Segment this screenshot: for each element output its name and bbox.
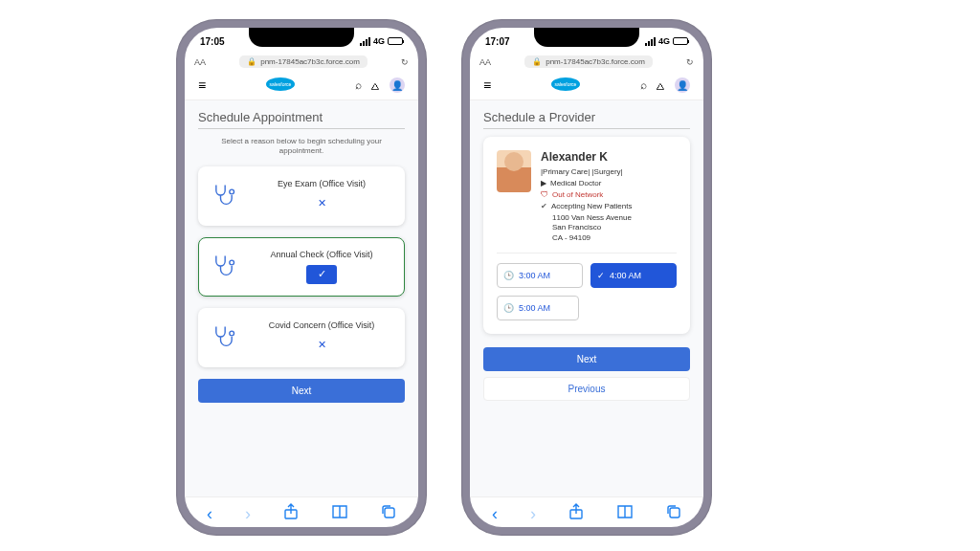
back-icon[interactable]: ‹ bbox=[492, 504, 498, 524]
status-time: 17:07 bbox=[485, 36, 510, 47]
time-slot-3am[interactable]: 🕒 3:00 AM bbox=[497, 263, 583, 288]
salesforce-logo: salesforce bbox=[264, 77, 297, 94]
salesforce-logo: salesforce bbox=[549, 77, 582, 94]
lock-icon: 🔒 bbox=[247, 57, 256, 66]
refresh-icon[interactable]: ↻ bbox=[686, 57, 694, 67]
svg-rect-6 bbox=[385, 508, 394, 518]
svg-point-3 bbox=[230, 260, 234, 265]
signal-icon bbox=[360, 37, 370, 46]
card-label: Annual Check (Office Visit) bbox=[270, 250, 372, 259]
clock-icon: 🕒 bbox=[503, 271, 514, 280]
svg-point-2 bbox=[230, 189, 234, 194]
clock-icon: 🕒 bbox=[503, 303, 514, 313]
svg-rect-10 bbox=[670, 508, 679, 518]
check-icon: ✓ bbox=[597, 271, 605, 280]
provider-card: Alexander K |Primary Care| |Surgery| ▶ M… bbox=[483, 137, 690, 334]
phone-left: 17:05 4G AA 🔒 pnm-17845ac7b3c.force.com … bbox=[176, 19, 427, 536]
menu-icon[interactable]: ≡ bbox=[483, 77, 491, 93]
network-label: 4G bbox=[658, 36, 670, 46]
provider-photo bbox=[497, 150, 531, 192]
signal-icon bbox=[645, 37, 656, 46]
network-status: 🛡 Out of Network bbox=[541, 190, 677, 199]
forward-icon[interactable]: › bbox=[530, 504, 536, 524]
notch bbox=[249, 28, 354, 47]
shield-icon: 🛡 bbox=[541, 190, 548, 199]
status-right: 4G bbox=[360, 36, 403, 46]
title-divider bbox=[198, 128, 405, 129]
url-text: pnm-17845ac7b3c.force.com bbox=[260, 57, 360, 66]
svg-text:salesforce: salesforce bbox=[270, 81, 292, 87]
text-size-button[interactable]: AA bbox=[194, 57, 206, 67]
next-button[interactable]: Next bbox=[198, 379, 405, 403]
provider-specialties: |Primary Care| |Surgery| bbox=[541, 167, 677, 176]
title-divider bbox=[483, 128, 690, 129]
bookmarks-icon[interactable] bbox=[331, 504, 348, 523]
url-text: pnm-17845ac7b3c.force.com bbox=[546, 57, 645, 66]
lock-icon: 🔒 bbox=[532, 57, 542, 66]
status-time: 17:05 bbox=[200, 36, 225, 47]
page-title: Schedule a Provider bbox=[483, 110, 690, 124]
back-icon[interactable]: ‹ bbox=[207, 504, 212, 524]
share-icon[interactable] bbox=[283, 503, 299, 524]
share-icon[interactable] bbox=[568, 503, 584, 524]
browser-url-bar: AA 🔒 pnm-17845ac7b3c.force.com ↻ bbox=[470, 53, 703, 71]
app-header: ≡ salesforce ⌕ 🜂 👤 bbox=[185, 71, 418, 100]
stethoscope-icon bbox=[211, 182, 239, 210]
safari-toolbar: ‹ › bbox=[185, 496, 418, 527]
page-title: Schedule Appointment bbox=[198, 110, 405, 124]
close-icon[interactable]: ✕ bbox=[306, 194, 337, 213]
avatar-icon[interactable]: 👤 bbox=[675, 77, 690, 93]
app-header: ≡ salesforce ⌕ 🜂 👤 bbox=[470, 71, 703, 100]
time-slot-5am[interactable]: 🕒 5:00 AM bbox=[497, 296, 579, 320]
url-display[interactable]: 🔒 pnm-17845ac7b3c.force.com bbox=[239, 55, 368, 68]
browser-url-bar: AA 🔒 pnm-17845ac7b3c.force.com ↻ bbox=[185, 53, 418, 71]
content-area: Schedule Appointment Select a reason bel… bbox=[185, 100, 418, 496]
checkmark-circle-icon: ✔ bbox=[541, 202, 547, 210]
avatar-icon[interactable]: 👤 bbox=[390, 77, 405, 93]
accepting-status: ✔ Accepting New Patients bbox=[541, 202, 677, 210]
card-label: Eye Exam (Office Visit) bbox=[278, 179, 366, 188]
text-size-button[interactable]: AA bbox=[479, 57, 491, 67]
menu-icon[interactable]: ≡ bbox=[198, 77, 206, 93]
close-icon[interactable]: ✕ bbox=[306, 336, 337, 355]
reason-card-annual-check[interactable]: Annual Check (Office Visit) ✓ bbox=[198, 237, 405, 297]
stethoscope-icon bbox=[211, 253, 239, 281]
refresh-icon[interactable]: ↻ bbox=[401, 57, 409, 67]
content-area: Schedule a Provider Alexander K |Primary… bbox=[470, 100, 703, 496]
provider-address: 1100 Van Ness Avenue San Francisco CA - … bbox=[541, 213, 677, 243]
next-button[interactable]: Next bbox=[483, 347, 690, 371]
svg-point-4 bbox=[230, 331, 234, 336]
card-label: Covid Concern (Office Visit) bbox=[269, 320, 375, 330]
bookmarks-icon[interactable] bbox=[616, 504, 634, 523]
url-display[interactable]: 🔒 pnm-17845ac7b3c.force.com bbox=[524, 55, 653, 68]
bell-icon[interactable]: 🜂 bbox=[369, 78, 382, 93]
search-icon[interactable]: ⌕ bbox=[640, 78, 647, 92]
reason-card-covid[interactable]: Covid Concern (Office Visit) ✕ bbox=[198, 308, 405, 367]
check-icon[interactable]: ✓ bbox=[306, 265, 337, 284]
svg-text:salesforce: salesforce bbox=[555, 81, 577, 87]
phone-right: 17:07 4G AA 🔒 pnm-17845ac7b3c.force.com … bbox=[461, 19, 712, 536]
stethoscope-icon bbox=[211, 323, 239, 352]
forward-icon[interactable]: › bbox=[245, 504, 251, 524]
network-label: 4G bbox=[373, 36, 385, 46]
search-icon[interactable]: ⌕ bbox=[355, 78, 362, 92]
tabs-icon[interactable] bbox=[666, 504, 681, 523]
provider-name: Alexander K bbox=[541, 150, 677, 164]
time-slot-grid: 🕒 3:00 AM ✓ 4:00 AM 🕒 5:00 AM bbox=[497, 263, 677, 320]
bell-icon[interactable]: 🜂 bbox=[655, 78, 667, 93]
battery-icon bbox=[673, 37, 688, 45]
card-divider bbox=[497, 253, 677, 253]
tabs-icon[interactable] bbox=[381, 504, 396, 523]
safari-toolbar: ‹ › bbox=[470, 496, 703, 527]
time-slot-4am[interactable]: ✓ 4:00 AM bbox=[590, 263, 677, 288]
previous-button[interactable]: Previous bbox=[483, 377, 690, 401]
triangle-icon: ▶ bbox=[541, 179, 546, 187]
status-right: 4G bbox=[645, 36, 688, 46]
notch bbox=[534, 28, 639, 47]
reason-card-eye-exam[interactable]: Eye Exam (Office Visit) ✕ bbox=[198, 166, 405, 226]
battery-icon bbox=[388, 37, 403, 45]
page-subtitle: Select a reason below to begin schedulin… bbox=[213, 137, 390, 157]
provider-role: ▶ Medical Doctor bbox=[541, 179, 677, 187]
